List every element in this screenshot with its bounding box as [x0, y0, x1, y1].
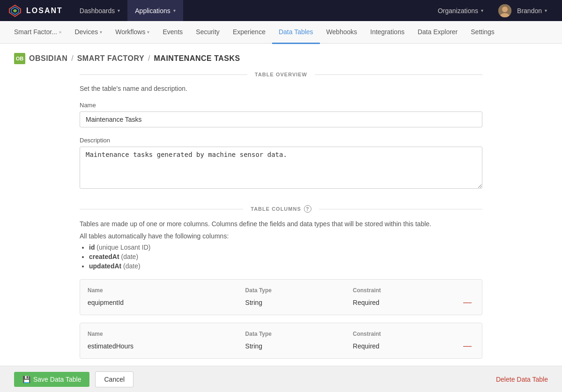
delete-data-table-button[interactable]: Delete Data Table: [496, 376, 548, 383]
logo-text: LOSANT: [26, 7, 63, 15]
chevron-down-icon: ▾: [545, 8, 547, 13]
subnav-devices[interactable]: Devices ▾: [68, 22, 109, 44]
subnav-integrations[interactable]: Integrations: [364, 22, 411, 44]
subnav-experience[interactable]: Experience: [226, 22, 272, 44]
remove-column-2-button[interactable]: —: [460, 341, 474, 351]
column-values-2: estimatedHours String Required —: [88, 341, 474, 351]
auto-column-id: id (unique Losant ID): [89, 244, 482, 251]
save-icon: 💾: [22, 376, 30, 383]
breadcrumb-separator: /: [71, 54, 73, 63]
chevron-down-icon: ▾: [118, 8, 120, 13]
chevron-down-icon: ▾: [173, 8, 176, 13]
subnav-security[interactable]: Security: [189, 22, 226, 44]
chevron-down-icon: ▾: [481, 8, 483, 13]
subnav-webhooks[interactable]: Webhooks: [320, 22, 364, 44]
name-label: Name: [80, 102, 482, 109]
columns-intro: Tables are made up of one or more column…: [80, 220, 482, 228]
top-navigation: LOSANT Dashboards ▾ Applications ▾ Organ…: [0, 0, 562, 21]
col-header-type-1: Data Type: [245, 287, 346, 294]
subnav-workflows[interactable]: Workflows ▾: [109, 22, 156, 44]
auto-column-updated-at: updatedAt (date): [89, 262, 482, 270]
col-header-constraint-1: Constraint: [353, 287, 453, 294]
main-content: TABLE OVERVIEW Set the table's name and …: [66, 72, 496, 388]
col-value-type-1: String: [245, 299, 346, 306]
description-input[interactable]: Maintenance tasks generated by machine s…: [80, 147, 482, 189]
sub-navigation: Smart Factor... » Devices ▾ Workflows ▾ …: [0, 21, 562, 44]
section-line-right: [315, 74, 482, 75]
subnav-data-tables[interactable]: Data Tables: [272, 22, 320, 44]
col-header-name-2: Name: [88, 331, 238, 337]
name-field-group: Name: [80, 102, 482, 127]
logo[interactable]: LOSANT: [7, 3, 63, 18]
col-value-type-2: String: [245, 342, 346, 350]
section-title-columns: TABLE COLUMNS ?: [243, 205, 319, 213]
col-value-constraint-2: Required: [353, 342, 453, 350]
auto-columns-label: All tables automatically have the follow…: [80, 232, 482, 240]
section-title-overview: TABLE OVERVIEW: [247, 72, 315, 77]
chevron-down-icon: ▾: [147, 30, 149, 35]
subnav-events[interactable]: Events: [156, 22, 189, 44]
breadcrumb-app[interactable]: SMART FACTORY: [77, 54, 144, 63]
description-label: Description: [80, 137, 482, 144]
cancel-button[interactable]: Cancel: [95, 371, 133, 387]
col-value-name-1: equipmentId: [88, 299, 238, 306]
chevron-down-icon: ▾: [100, 30, 102, 35]
auto-column-created-at: createdAt (date): [89, 253, 482, 260]
subnav-smart-factory[interactable]: Smart Factor... »: [7, 22, 68, 44]
name-input[interactable]: [80, 111, 482, 127]
col-value-name-2: estimatedHours: [88, 342, 238, 350]
section-line-left-col: [80, 209, 243, 209]
subnav-settings[interactable]: Settings: [464, 22, 501, 44]
save-data-table-button[interactable]: 💾 Save Data Table: [14, 372, 89, 387]
top-nav-right: Organizations ▾ Brandon ▾: [430, 0, 555, 21]
auto-columns-list: id (unique Losant ID) createdAt (date) u…: [89, 244, 482, 270]
column-row-1: Name Data Type Constraint equipmentId St…: [80, 279, 482, 315]
column-headers-1: Name Data Type Constraint: [88, 287, 474, 294]
info-icon[interactable]: ?: [304, 205, 311, 213]
table-overview-section: TABLE OVERVIEW Set the table's name and …: [80, 72, 482, 190]
breadcrumb: OB OBSIDIAN / SMART FACTORY / MAINTENANC…: [0, 44, 562, 72]
col-value-constraint-1: Required: [353, 299, 453, 306]
col-header-type-2: Data Type: [245, 331, 346, 337]
chevron-right-icon: »: [59, 30, 62, 35]
nav-dashboards[interactable]: Dashboards ▾: [72, 0, 128, 21]
nav-user[interactable]: Brandon ▾: [491, 0, 555, 21]
breadcrumb-separator-2: /: [148, 54, 150, 63]
col-header-constraint-2: Constraint: [353, 331, 453, 337]
section-line-left: [80, 74, 247, 75]
breadcrumb-current: MAINTENANCE TASKS: [154, 54, 240, 63]
col-header-name-1: Name: [88, 287, 238, 294]
nav-organizations[interactable]: Organizations ▾: [430, 0, 491, 21]
breadcrumb-org[interactable]: OBSIDIAN: [29, 54, 67, 63]
avatar: [498, 4, 511, 17]
breadcrumb-badge: OB: [14, 53, 25, 64]
section-line-right-col: [319, 209, 482, 209]
svg-marker-2: [13, 9, 17, 13]
column-headers-2: Name Data Type Constraint: [88, 331, 474, 337]
description-field-group: Description Maintenance tasks generated …: [80, 137, 482, 190]
section-header-columns: TABLE COLUMNS ?: [80, 205, 482, 213]
nav-applications[interactable]: Applications ▾: [127, 0, 183, 21]
footer-bar: 💾 Save Data Table Cancel Delete Data Tab…: [0, 366, 562, 392]
remove-column-1-button[interactable]: —: [460, 297, 474, 307]
column-values-1: equipmentId String Required —: [88, 297, 474, 307]
table-columns-section: TABLE COLUMNS ? Tables are made up of on…: [80, 205, 482, 359]
subnav-data-explorer[interactable]: Data Explorer: [411, 22, 465, 44]
column-row-2: Name Data Type Constraint estimatedHours…: [80, 323, 482, 359]
svg-point-4: [502, 7, 508, 12]
overview-description: Set the table's name and description.: [80, 85, 482, 92]
section-header-overview: TABLE OVERVIEW: [80, 72, 482, 77]
